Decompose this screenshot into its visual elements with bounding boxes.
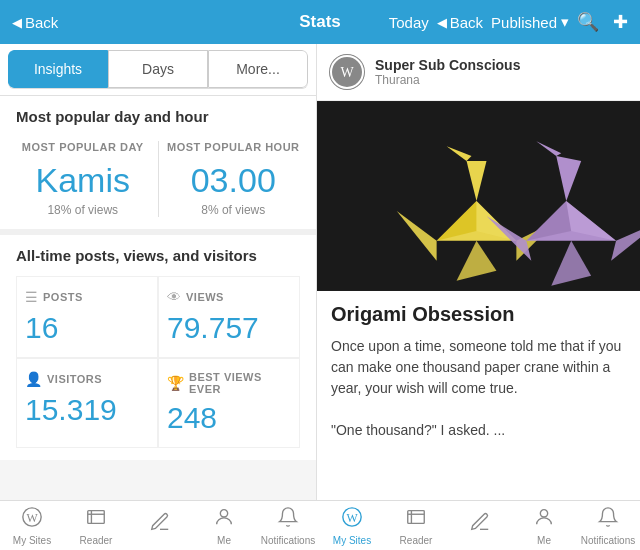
- popular-hour-value: 03.00: [167, 163, 301, 197]
- me-icon: [213, 506, 235, 533]
- back-right-button[interactable]: ◀ Back: [437, 14, 483, 31]
- tab-more[interactable]: More...: [208, 50, 308, 88]
- nav-right: Today ◀ Back Published ▾ 🔍 ✚: [389, 11, 628, 33]
- bottom-nav-write[interactable]: [128, 501, 192, 550]
- nav-icons-group: 🔍 ✚: [577, 11, 628, 33]
- post-content: Origami Obsession Once upon a time, some…: [317, 291, 640, 453]
- stat-best-views-header: 🏆 BEST VIEWS EVER: [167, 371, 291, 395]
- svg-rect-22: [88, 510, 105, 523]
- all-time-title: All-time posts, views, and visitors: [16, 247, 300, 264]
- popular-day-value: Kamis: [16, 163, 150, 197]
- my-sites-2-icon: W: [341, 506, 363, 533]
- me-2-label: Me: [537, 535, 551, 546]
- stat-views-header: 👁 VIEWS: [167, 289, 224, 305]
- published-dropdown[interactable]: Published ▾: [491, 13, 569, 31]
- notifications-2-label: Notifications: [581, 535, 635, 546]
- published-label: Published: [491, 14, 557, 31]
- page-title: Stats: [299, 12, 341, 32]
- bottom-nav-notifications-2[interactable]: Notifications: [576, 501, 640, 550]
- my-sites-2-label: My Sites: [333, 535, 371, 546]
- views-icon: 👁: [167, 289, 181, 305]
- post-image: [317, 101, 640, 291]
- bottom-nav-write-2[interactable]: [448, 501, 512, 550]
- tab-days[interactable]: Days: [108, 50, 208, 88]
- posts-value: 16: [25, 311, 58, 345]
- views-value: 79.757: [167, 311, 259, 345]
- svg-text:W: W: [340, 65, 354, 80]
- blog-info: Super Sub Conscious Thurana: [375, 57, 520, 87]
- popular-divider: [158, 141, 159, 217]
- stat-posts-cell: ☰ POSTS 16: [16, 276, 158, 358]
- all-time-section: All-time posts, views, and visitors ☰ PO…: [0, 235, 316, 460]
- svg-rect-28: [408, 510, 425, 523]
- best-views-value: 248: [167, 401, 217, 435]
- popular-grid: MOST POPULAR DAY Kamis 18% of views MOST…: [16, 141, 300, 217]
- popular-hour-label: MOST POPULAR HOUR: [167, 141, 301, 153]
- write-2-icon: [469, 511, 491, 538]
- most-popular-section: Most popular day and hour MOST POPULAR D…: [0, 96, 316, 235]
- popular-day-sub: 18% of views: [16, 203, 150, 217]
- bottom-nav-reader[interactable]: Reader: [64, 501, 128, 550]
- blog-name: Super Sub Conscious: [375, 57, 520, 73]
- nav-left: ◀ Back: [12, 14, 58, 31]
- add-icon[interactable]: ✚: [613, 11, 628, 33]
- today-button[interactable]: Today: [389, 14, 429, 31]
- chevron-left-icon-2: ◀: [437, 15, 447, 30]
- stat-visitors-cell: 👤 VISITORS 15.319: [16, 358, 158, 448]
- left-panel: Insights Days More... Most popular day a…: [0, 44, 316, 500]
- most-popular-title: Most popular day and hour: [16, 108, 300, 125]
- tab-insights[interactable]: Insights: [8, 50, 108, 88]
- views-label: VIEWS: [186, 291, 224, 303]
- popular-hour-sub: 8% of views: [167, 203, 301, 217]
- popular-day-item: MOST POPULAR DAY Kamis 18% of views: [16, 141, 150, 217]
- me-label: Me: [217, 535, 231, 546]
- top-nav-bar: ◀ Back Stats Today ◀ Back Published ▾ 🔍 …: [0, 0, 640, 44]
- reader-2-label: Reader: [400, 535, 433, 546]
- back-left-button[interactable]: ◀ Back: [12, 14, 58, 31]
- bottom-nav: W My Sites Reader Me Notifications W My …: [0, 500, 640, 550]
- bottom-nav-my-sites-2[interactable]: W My Sites: [320, 501, 384, 550]
- chevron-left-icon: ◀: [12, 15, 22, 30]
- reader-2-icon: [405, 506, 427, 533]
- svg-text:W: W: [26, 510, 38, 524]
- write-icon: [149, 511, 171, 538]
- tab-bar: Insights Days More...: [8, 50, 308, 89]
- visitors-label: VISITORS: [47, 373, 102, 385]
- post-excerpt: Once upon a time, someone told me that i…: [331, 336, 626, 441]
- notifications-label: Notifications: [261, 535, 315, 546]
- post-title: Origami Obsession: [331, 303, 626, 326]
- content-area: Insights Days More... Most popular day a…: [0, 44, 640, 500]
- my-sites-label: My Sites: [13, 535, 51, 546]
- notifications-2-icon: [597, 506, 619, 533]
- tab-bar-wrapper: Insights Days More...: [0, 44, 316, 96]
- bottom-nav-me[interactable]: Me: [192, 501, 256, 550]
- popular-hour-item: MOST POPULAR HOUR 03.00 8% of views: [167, 141, 301, 217]
- stat-visitors-header: 👤 VISITORS: [25, 371, 102, 387]
- stats-grid: ☰ POSTS 16 👁 VIEWS 79.757 👤 VISITORS: [16, 276, 300, 448]
- stat-views-cell: 👁 VIEWS 79.757: [158, 276, 300, 358]
- bottom-nav-reader-2[interactable]: Reader: [384, 501, 448, 550]
- notifications-icon: [277, 506, 299, 533]
- svg-point-25: [220, 509, 227, 516]
- reader-label: Reader: [80, 535, 113, 546]
- stat-posts-header: ☰ POSTS: [25, 289, 83, 305]
- svg-point-31: [540, 509, 547, 516]
- right-panel: W Super Sub Conscious Thurana: [316, 44, 640, 500]
- trophy-icon: 🏆: [167, 375, 184, 391]
- bottom-nav-me-2[interactable]: Me: [512, 501, 576, 550]
- svg-text:W: W: [346, 510, 358, 524]
- blog-header: W Super Sub Conscious Thurana: [317, 44, 640, 101]
- bottom-nav-notifications[interactable]: Notifications: [256, 501, 320, 550]
- reader-icon: [85, 506, 107, 533]
- search-icon[interactable]: 🔍: [577, 11, 599, 33]
- bottom-nav-my-sites[interactable]: W My Sites: [0, 501, 64, 550]
- published-chevron-icon: ▾: [561, 13, 569, 31]
- posts-label: POSTS: [43, 291, 83, 303]
- visitors-value: 15.319: [25, 393, 117, 427]
- blog-subtitle: Thurana: [375, 73, 520, 87]
- popular-day-label: MOST POPULAR DAY: [16, 141, 150, 153]
- posts-icon: ☰: [25, 289, 38, 305]
- back-left-label: Back: [25, 14, 58, 31]
- best-views-label: BEST VIEWS EVER: [189, 371, 291, 395]
- back-right-label: Back: [450, 14, 483, 31]
